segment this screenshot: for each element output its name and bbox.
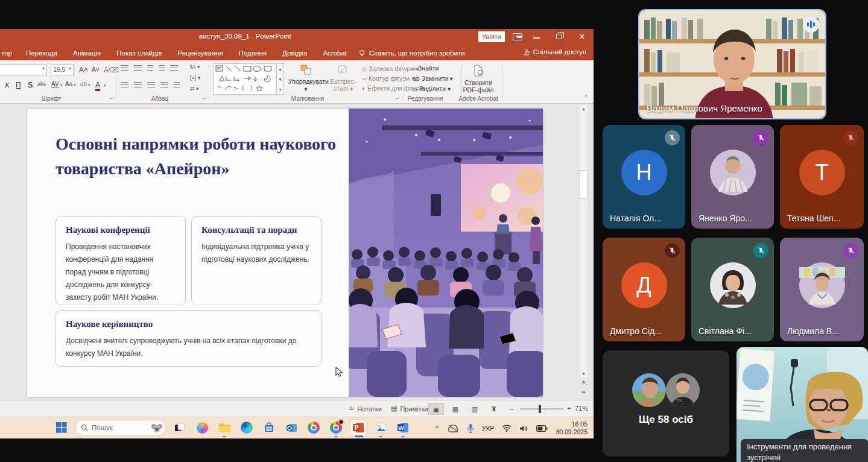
edge-button[interactable] bbox=[238, 419, 255, 436]
shape-fill-button[interactable]: ◇ Заливка фігури ▾ bbox=[362, 65, 419, 72]
decrease-indent-icon[interactable] bbox=[147, 65, 153, 71]
slide-sorter-view-button[interactable]: ▦ bbox=[448, 403, 463, 415]
zoom-level[interactable]: 71% bbox=[575, 405, 588, 412]
font-color-button[interactable]: A bbox=[95, 81, 100, 91]
zoom-slider[interactable] bbox=[520, 408, 563, 410]
copilot-button[interactable] bbox=[194, 419, 211, 436]
text-direction-button[interactable]: ǁA ▾ bbox=[190, 64, 200, 70]
scroll-up-icon[interactable]: ▲ bbox=[580, 105, 588, 113]
participant-tile-yanenko[interactable]: Яненко Яро... bbox=[691, 125, 774, 229]
change-case-button[interactable]: Aa ▾ bbox=[65, 81, 76, 87]
file-explorer-button[interactable] bbox=[216, 419, 233, 436]
font-color-dropdown[interactable]: ▾ bbox=[104, 83, 106, 88]
start-button[interactable] bbox=[53, 419, 70, 436]
tab-design-cut[interactable]: тор bbox=[0, 49, 18, 57]
vertical-scrollbar[interactable]: ▲ ▼ bbox=[580, 105, 588, 378]
columns-icon[interactable] bbox=[174, 82, 180, 88]
arrange-button[interactable]: Упорядкувати ▾ bbox=[288, 64, 323, 92]
shrink-font-button[interactable]: А˅ bbox=[92, 66, 100, 73]
outlook-button[interactable] bbox=[283, 419, 300, 436]
restore-button[interactable] bbox=[556, 34, 562, 39]
participant-tile-liudmyla[interactable]: Людмила В... bbox=[780, 238, 864, 341]
align-right-icon[interactable] bbox=[147, 82, 155, 88]
italic-button[interactable]: К bbox=[5, 81, 10, 90]
slideshow-button[interactable]: ♜ bbox=[486, 403, 502, 415]
justify-icon[interactable] bbox=[160, 82, 168, 88]
word-button[interactable]: W bbox=[394, 419, 411, 436]
share-button[interactable]: Спільний доступ bbox=[524, 48, 586, 55]
tab-transitions[interactable]: Переходи bbox=[18, 49, 65, 57]
next-slide-button[interactable]: ≖ bbox=[580, 388, 588, 394]
speaker-video-tile[interactable]: Вадим Павлович Яременко bbox=[638, 9, 826, 119]
paragraph-dialog-launcher[interactable]: ⌐ bbox=[203, 96, 206, 101]
create-pdf-button[interactable]: Створити PDF-файл bbox=[460, 64, 497, 93]
font-name-combobox[interactable]: ▾ bbox=[0, 65, 47, 75]
tray-expand-icon[interactable]: ⌃ bbox=[434, 425, 439, 432]
participant-tile-nataliia[interactable]: Н Наталія Ол... bbox=[603, 125, 685, 229]
battery-icon[interactable] bbox=[536, 425, 548, 432]
microphone-icon[interactable] bbox=[467, 423, 474, 433]
minimize-button[interactable] bbox=[533, 37, 540, 39]
quick-styles-button[interactable]: Експрес-стилі ▾ bbox=[326, 64, 361, 92]
reading-view-button[interactable]: ▥ bbox=[467, 403, 483, 415]
line-spacing-icon[interactable] bbox=[170, 65, 178, 71]
previous-slide-button[interactable]: ≛ bbox=[580, 380, 588, 386]
shape-outline-button[interactable]: ▱ Контур фігури ▾ bbox=[362, 75, 414, 82]
text-shadow-button[interactable]: S bbox=[28, 81, 33, 89]
character-spacing-button[interactable]: AV ▾ bbox=[51, 81, 62, 87]
language-indicator[interactable]: УКР bbox=[482, 425, 495, 432]
underline-button[interactable]: П bbox=[16, 81, 21, 89]
volume-icon[interactable] bbox=[519, 425, 528, 432]
tab-animations[interactable]: Анімація bbox=[65, 49, 109, 57]
onedrive-icon[interactable] bbox=[448, 425, 459, 432]
tab-acrobat[interactable]: Acrobat bbox=[315, 49, 355, 57]
close-button[interactable]: × bbox=[576, 31, 588, 43]
comments-button[interactable]: ▤ Примітки bbox=[391, 405, 428, 413]
align-text-button[interactable]: [≡] ▾ bbox=[190, 75, 200, 81]
powerpoint-taskbar-button[interactable]: P bbox=[350, 419, 367, 436]
participant-tile-dmytro[interactable]: Д Дмитро Сід... bbox=[603, 238, 685, 341]
align-center-icon[interactable] bbox=[134, 82, 142, 88]
tab-view[interactable]: Подання bbox=[231, 49, 274, 57]
highlight-color-button[interactable]: ab ▾ bbox=[80, 81, 90, 87]
font-size-combobox[interactable]: 19,5▾ bbox=[51, 65, 74, 75]
taskbar-clock[interactable]: 16:05 30.09.2025 bbox=[556, 420, 588, 436]
shapes-scroll-buttons[interactable]: ▲▼▾ bbox=[276, 63, 284, 95]
clear-formatting-button[interactable]: A⌫ bbox=[104, 66, 119, 74]
participant-tile-svitlana[interactable]: Світлана Фі... bbox=[691, 238, 774, 341]
taskbar-search-input[interactable]: Пошук bbox=[75, 420, 166, 435]
zoom-in-button[interactable]: + bbox=[567, 405, 571, 412]
bullets-icon[interactable] bbox=[121, 65, 128, 71]
slide[interactable]: Основні напрямки роботи наукового товари… bbox=[27, 109, 543, 397]
font-dialog-launcher[interactable]: ⌐ bbox=[110, 96, 113, 101]
tell-me-box[interactable]: Скажіть, що потрібно зробити bbox=[358, 49, 465, 57]
participant-tile-tetiana[interactable]: Т Тетяна Шеп... bbox=[780, 125, 864, 229]
photos-button[interactable] bbox=[372, 419, 389, 436]
select-button[interactable]: ▻ Виділити ▾ bbox=[413, 85, 451, 92]
find-button[interactable]: ⌕ Знайти bbox=[413, 65, 439, 72]
normal-view-button[interactable]: ▣ bbox=[428, 403, 444, 415]
align-left-icon[interactable] bbox=[121, 82, 128, 88]
scrollbar-thumb[interactable] bbox=[580, 170, 588, 199]
smartart-button[interactable]: ⇄ ▾ bbox=[190, 86, 199, 92]
tab-slideshow[interactable]: Показ слайдів bbox=[109, 49, 169, 57]
task-view-button[interactable] bbox=[171, 419, 188, 436]
chrome-profile2-button[interactable] bbox=[328, 419, 344, 436]
increase-indent-icon[interactable] bbox=[159, 65, 165, 71]
tab-review[interactable]: Рецензування bbox=[170, 49, 231, 57]
chrome-button[interactable] bbox=[305, 419, 322, 436]
strikethrough-button[interactable]: abc bbox=[37, 81, 46, 87]
sign-in-button[interactable]: Увійти bbox=[478, 31, 505, 42]
more-participants-tile[interactable]: GRL Ще 58 осіб bbox=[603, 350, 729, 457]
ribbon-display-options-icon[interactable] bbox=[513, 33, 522, 40]
notes-button[interactable]: ≐ Нотатки bbox=[349, 405, 382, 413]
scroll-down-icon[interactable]: ▼ bbox=[580, 370, 588, 378]
wifi-icon[interactable] bbox=[502, 425, 512, 432]
shapes-gallery[interactable] bbox=[214, 63, 276, 95]
collapse-ribbon-icon[interactable]: ⌃ bbox=[584, 94, 589, 101]
replace-button[interactable]: ab Замінити ▾ bbox=[413, 75, 453, 82]
microsoft-store-button[interactable] bbox=[261, 419, 277, 436]
tab-help[interactable]: Довідка bbox=[274, 49, 315, 57]
zoom-out-button[interactable]: – bbox=[510, 405, 513, 412]
zoom-slider-thumb[interactable] bbox=[539, 405, 541, 413]
